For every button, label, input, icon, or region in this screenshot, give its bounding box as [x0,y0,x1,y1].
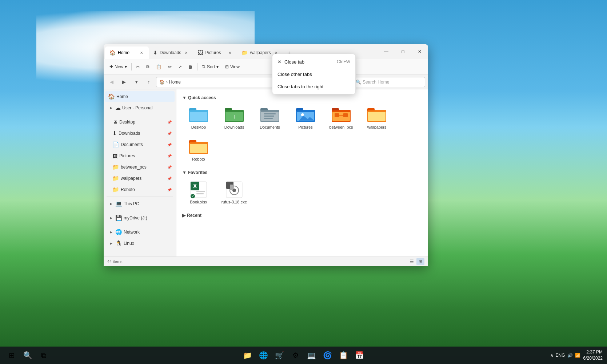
sidebar-item-between-pcs[interactable]: 📁 between_pcs 📌 [105,162,175,173]
copy-button[interactable]: ⧉ [143,61,152,72]
sort-button[interactable]: ⇅ Sort ▾ [199,61,221,72]
view-button[interactable]: ⊞ View [222,61,243,72]
file-item-pictures[interactable]: Pictures [289,103,322,132]
network-status-icon[interactable]: 📶 [575,353,580,358]
context-close-tab[interactable]: ✕ Close tab Ctrl+W [272,56,355,68]
title-bar: 🏠 Home ✕ ⬇ Downloads ✕ 🖼 Pictures ✕ 📁 wa… [104,44,428,59]
taskbar-terminal-icon[interactable]: 💻 [304,348,319,363]
pin-icon-bp: 📌 [167,165,172,169]
pin-icon-docs: 📌 [167,143,172,147]
sidebar-item-roboto[interactable]: 📁 Roboto 📌 [105,184,175,195]
svg-rect-49 [230,185,233,190]
context-close-tabs-right[interactable]: Close tabs to the right [272,80,355,93]
taskbar-chrome-icon[interactable]: 🌀 [320,348,335,363]
share-button[interactable]: ↗ [175,61,185,72]
window-controls: — □ ✕ [378,44,428,59]
search-box[interactable]: 🔍 Search Home [352,77,425,87]
svg-rect-16 [264,118,273,119]
taskbar-search-button[interactable]: 🔍 [20,348,35,363]
delete-button[interactable]: 🗑 [185,61,196,72]
tab-home[interactable]: 🏠 Home ✕ [105,46,149,59]
sort-chevron-icon: ▾ [216,64,219,69]
tab-pictures[interactable]: 🖼 Pictures ✕ [193,46,237,59]
taskbar-clock[interactable]: 2:37 PM 6/20/2022 [583,349,603,361]
wallpapers-folder-name-qa: wallpapers [367,125,387,129]
sidebar-item-desktop[interactable]: 🖥 Desktop 📌 [105,117,175,128]
file-item-between-pcs[interactable]: between_pcs [325,103,358,132]
taskbar-explorer-icon[interactable]: 📁 [240,348,255,363]
close-button[interactable]: ✕ [411,44,428,59]
recent-header[interactable]: ▶ Recent [182,213,422,218]
new-button[interactable]: ✚ New ▾ [107,61,130,72]
context-close-other-tabs[interactable]: Close other tabs [272,68,355,80]
sidebar-item-network[interactable]: ▶ 🌐 Network [105,227,175,238]
back-button[interactable]: ◀ [107,77,117,87]
file-item-wallpapers[interactable]: wallpapers [360,103,393,132]
taskbar-left: ⊞ 🔍 ⧉ [4,348,51,363]
sidebar-item-documents[interactable]: 📄 Documents 📌 [105,139,175,150]
sidebar-item-this-pc[interactable]: ▶ 💻 This PC [105,198,175,209]
rufus-exe-name: rufus-3.18.exe [221,200,247,204]
taskbar-settings-icon[interactable]: ⚙ [288,348,303,363]
svg-rect-37 [190,142,207,144]
sidebar-item-linux[interactable]: ▶ 🐧 Linux [105,238,175,249]
recent-locations-button[interactable]: ▾ [131,77,141,87]
taskbar-store-icon[interactable]: 🛒 [272,348,287,363]
network-icon: 🌐 [115,229,122,235]
sidebar-item-mydrive-label: myDrive (J:) [124,215,147,221]
volume-icon[interactable]: 🔊 [567,353,573,358]
tab-home-close[interactable]: ✕ [139,50,144,56]
between-pcs-folder-name: between_pcs [330,125,353,129]
file-item-documents[interactable]: Documents [253,103,286,132]
taskview-button[interactable]: ⧉ [36,348,51,363]
expander-pc-icon: ▶ [108,201,114,207]
tab-downloads-close[interactable]: ✕ [183,50,189,56]
quick-access-header[interactable]: ▼ Quick access [182,95,422,100]
language-indicator[interactable]: ENG [556,353,565,358]
taskbar-todo-icon[interactable]: 📋 [336,348,351,363]
hidden-icons-button[interactable]: ∧ [550,353,554,358]
sidebar-item-user-personal[interactable]: ▶ ☁ User - Personal [105,102,175,113]
sidebar-item-downloads[interactable]: ⬇ Downloads 📌 [105,128,175,139]
sidebar-item-roboto-label: Roboto [121,187,135,192]
toolbar: ✚ New ▾ ✂ ⧉ 📋 ✏ ↗ 🗑 ⇅ Sort ▾ ⊞ View [104,59,428,75]
svg-rect-13 [261,110,279,112]
svg-rect-28 [343,113,348,117]
file-item-downloads[interactable]: ↓ Downloads [218,103,251,132]
maximize-button[interactable]: □ [395,44,411,59]
favorites-grid: X ✓ Book.xlsx [182,178,422,207]
list-view-button[interactable]: ☰ [408,258,416,265]
forward-button[interactable]: ▶ [119,77,129,87]
svg-rect-36 [190,143,207,153]
file-item-desktop[interactable]: Desktop [182,103,215,132]
start-button[interactable]: ⊞ [4,348,19,363]
taskbar: ⊞ 🔍 ⧉ 📁 🌐 🛒 ⚙ 💻 🌀 📋 📅 ∧ ENG 🔊 📶 2:37 PM … [0,347,607,364]
pin-icon-wp: 📌 [167,177,172,181]
paste-button[interactable]: 📋 [153,61,164,72]
taskbar-calendar-icon[interactable]: 📅 [352,348,367,363]
file-item-roboto[interactable]: Roboto [182,135,215,164]
cut-button[interactable]: ✂ [133,61,143,72]
desktop-folder-icon [188,106,209,124]
pin-icon-rob: 📌 [167,188,172,192]
tab-pictures-close[interactable]: ✕ [227,50,233,56]
sidebar-item-mydrive[interactable]: ▶ 💾 myDrive (J:) [105,213,175,223]
up-button[interactable]: ↑ [144,77,154,87]
grid-view-button[interactable]: ⊞ [416,258,424,265]
documents-icon: 📄 [112,141,119,148]
sidebar-item-wallpapers[interactable]: 📁 wallpapers 📌 [105,173,175,184]
sidebar-item-pictures[interactable]: 🖼 Pictures 📌 [105,150,175,161]
svg-rect-4 [190,110,207,112]
tab-downloads[interactable]: ⬇ Downloads ✕ [149,46,193,59]
sidebar-item-desktop-label: Desktop [119,120,135,125]
rename-button[interactable]: ✏ [165,61,175,72]
svg-text:↓: ↓ [233,113,236,120]
this-pc-icon: 💻 [115,201,122,207]
file-item-rufus[interactable]: rufus-3.18.exe [218,178,251,207]
sidebar-item-home[interactable]: 🏠 Home [105,91,175,102]
favorites-header[interactable]: ▼ Favorites [182,170,422,175]
minimize-button[interactable]: — [378,44,395,59]
items-count: 44 items [107,259,123,264]
file-item-book-xlsx[interactable]: X ✓ Book.xlsx [182,178,215,207]
taskbar-edge-icon[interactable]: 🌐 [256,348,271,363]
